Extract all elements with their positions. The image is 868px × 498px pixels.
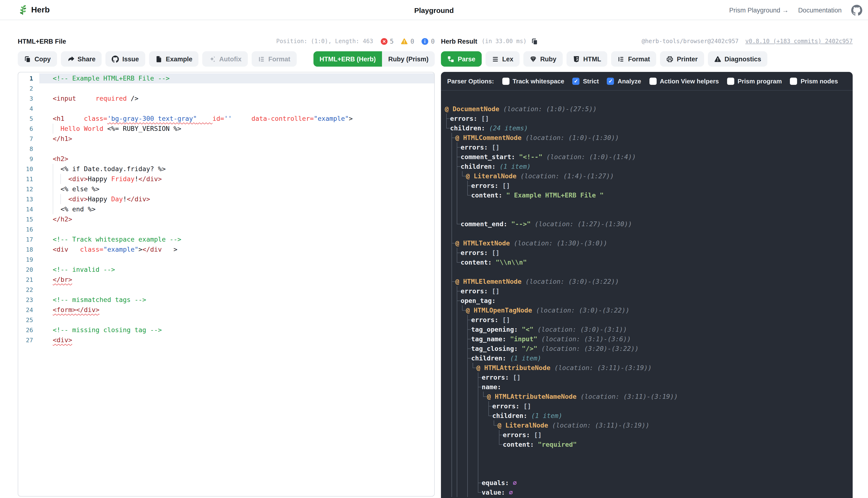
checkbox-prism-program[interactable]: Prism program — [727, 77, 782, 84]
button-printer[interactable]: Printer — [660, 51, 704, 67]
tree-branch-line — [466, 363, 471, 372]
tree-loc: (location: (1:0)-(27:5)) — [499, 104, 597, 114]
tree-indent — [445, 258, 450, 267]
tree-indent — [471, 392, 476, 401]
copy-result-icon[interactable] — [531, 38, 538, 45]
tree-branch-line — [455, 353, 461, 363]
tab-ruby-prism[interactable]: Ruby (Prism) — [382, 51, 435, 67]
tree-key: tag_closing: — [471, 344, 518, 353]
code-line[interactable]: 8 — [18, 144, 434, 154]
unchecked-checkbox-icon[interactable] — [727, 77, 734, 84]
warning-icon — [401, 38, 408, 45]
tree-branch-line — [450, 382, 455, 392]
code-line[interactable]: 24<form></div> — [18, 305, 434, 315]
tree-indent — [445, 449, 450, 459]
button-autofix[interactable]: Autofix — [202, 51, 248, 67]
code-line[interactable]: 17<!-- Track whitespace example --> — [18, 234, 434, 245]
tree-indent — [461, 372, 466, 382]
button-issue[interactable]: Issue — [106, 51, 145, 67]
code-line[interactable]: 6 Hello World <%= RUBY_VERSION %> — [18, 124, 434, 134]
code-line[interactable]: 10 <% if Date.today.friday? %> — [18, 164, 434, 174]
code-line[interactable]: 7</h1> — [18, 134, 434, 144]
tree-branch-line — [466, 478, 471, 487]
code-line[interactable]: 26<!-- missing closing tag --> — [18, 325, 434, 335]
code-line[interactable]: 12 <% else %> — [18, 184, 434, 194]
tree-indent — [492, 440, 498, 449]
button-example[interactable]: Example — [149, 51, 199, 67]
tree-branch-line — [455, 344, 461, 353]
button-lex[interactable]: Lex — [486, 51, 520, 67]
tree-branch-line — [450, 209, 455, 219]
code-line[interactable]: 19 — [18, 254, 434, 265]
checkbox-label: Prism nodes — [801, 77, 838, 84]
code-line[interactable]: 13 <div>Happy Day!</div> — [18, 194, 434, 204]
code-line[interactable]: 3<input required /> — [18, 93, 434, 104]
tree-indent — [461, 411, 466, 420]
tree-branch-line — [476, 459, 482, 468]
checkbox-strict[interactable]: ✓Strict — [572, 77, 599, 84]
code-line[interactable]: 15</h2> — [18, 214, 434, 224]
code-line[interactable]: 11 <div>Happy Friday!</div> — [18, 174, 434, 184]
line-content: <!-- mismatched tags --> — [39, 295, 434, 305]
code-line[interactable]: 21</br> — [18, 275, 434, 285]
line-number: 2 — [18, 83, 39, 93]
checkbox-action-view-helpers[interactable]: Action View helpers — [649, 77, 719, 84]
tree-branch-line — [450, 392, 455, 401]
checked-checkbox-icon[interactable]: ✓ — [607, 77, 614, 84]
code-line[interactable]: 23<!-- mismatched tags --> — [18, 295, 434, 305]
code-line[interactable]: 20<!-- invalid --> — [18, 265, 434, 275]
code-line[interactable]: 18<div class="example"></div > — [18, 245, 434, 254]
line-number: 15 — [18, 214, 39, 224]
code-line[interactable]: 22 — [18, 285, 434, 295]
tree-branch-line — [450, 133, 455, 142]
code-editor[interactable]: 1<!-- Example HTML+ERB File -->23<input … — [18, 72, 435, 497]
code-line[interactable]: 4 — [18, 104, 434, 114]
code-line[interactable]: 1<!-- Example HTML+ERB File --> — [18, 73, 434, 83]
github-icon[interactable] — [851, 4, 862, 16]
checked-checkbox-icon[interactable]: ✓ — [572, 77, 579, 84]
tree-indent — [445, 296, 450, 305]
checkbox-analyze[interactable]: ✓Analyze — [607, 77, 641, 84]
result-column: Herb Result (in 33.00 ms) @herb-tools/br… — [441, 36, 853, 498]
checkbox-prism-nodes[interactable]: Prism nodes — [790, 77, 838, 84]
unchecked-checkbox-icon[interactable] — [502, 77, 509, 84]
tree-key: children: — [461, 161, 496, 171]
code-line[interactable]: 16 — [18, 224, 434, 234]
tree-str: "input" — [506, 334, 537, 344]
unchecked-checkbox-icon[interactable] — [790, 77, 797, 84]
tree-loc: (location: (3:0)-(3:1)) — [534, 325, 627, 334]
prism-playground-link[interactable]: Prism Playground → — [729, 6, 789, 14]
code-line[interactable]: 27<div> — [18, 335, 434, 345]
version-link[interactable]: v0.8.10 (+183 commits) 2402c957 — [745, 38, 853, 44]
button-format[interactable]: Format — [611, 51, 656, 67]
tree-loc: (location: (1:0)-(1:30)) — [522, 133, 619, 142]
button-copy[interactable]: Copy — [18, 51, 57, 67]
code-line[interactable]: 5<h1 class='bg-gray-300 text-gray" id=''… — [18, 114, 434, 124]
button-share[interactable]: Share — [61, 51, 102, 67]
tab-html-erb-herb[interactable]: HTML+ERB (Herb) — [313, 51, 382, 67]
button-html[interactable]: HTML — [566, 51, 607, 67]
code-line[interactable]: 25 — [18, 315, 434, 325]
tree-indent — [461, 449, 466, 459]
code-line[interactable]: 9<h2> — [18, 154, 434, 164]
tree-node: @ LiteralNode — [466, 171, 516, 181]
editor-toolbar: CopyShareIssueExampleAutofixFormatHTML+E… — [18, 51, 435, 67]
code-line[interactable]: 2 — [18, 83, 434, 93]
line-number: 12 — [18, 184, 39, 194]
tree-plain: [] — [530, 430, 542, 440]
button-parse[interactable]: Parse — [441, 51, 482, 67]
line-content: <!-- Track whitespace example --> — [39, 234, 434, 245]
editor-header: HTML+ERB File Position: (1:0), Length: 4… — [18, 36, 435, 47]
documentation-link[interactable]: Documentation — [798, 6, 842, 14]
tree-indent — [445, 468, 450, 478]
code-line[interactable]: 14 <% end %> — [18, 204, 434, 214]
tree-row: comment_start: "<!--" (location: (1:0)-(… — [445, 152, 848, 161]
parse-icon — [447, 55, 455, 63]
button-label: Issue — [122, 55, 139, 63]
tree-indent — [445, 133, 450, 142]
button-ruby[interactable]: Ruby — [523, 51, 563, 67]
unchecked-checkbox-icon[interactable] — [649, 77, 656, 84]
checkbox-track-whitespace[interactable]: Track whitespace — [502, 77, 564, 84]
button-diagnostics[interactable]: Diagnostics — [708, 51, 767, 67]
button-format[interactable]: Format — [252, 51, 297, 67]
